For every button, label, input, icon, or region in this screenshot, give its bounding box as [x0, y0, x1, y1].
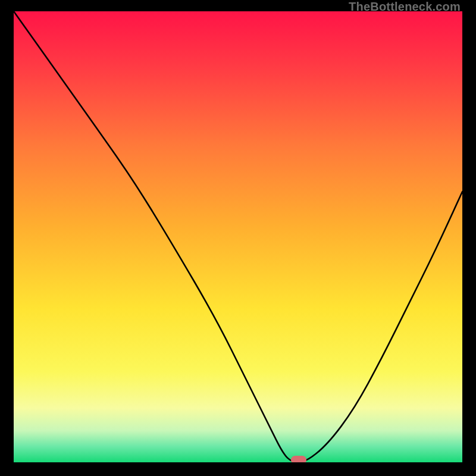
bottleneck-curve [14, 11, 462, 462]
optimal-marker [291, 456, 306, 462]
plot-area [14, 11, 462, 462]
chart-frame: TheBottleneck.com [0, 0, 476, 476]
